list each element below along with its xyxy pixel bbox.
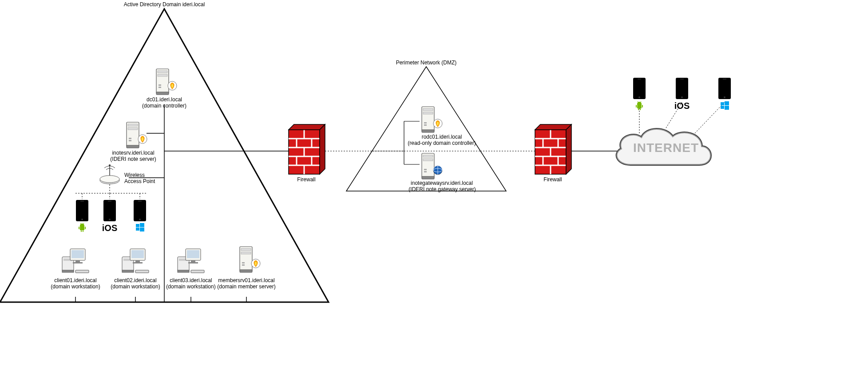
internet-phone-ios [676, 78, 688, 99]
wap-label-2: Access Point [124, 178, 155, 184]
firewall-2 [535, 124, 571, 174]
noteserver-hostname: inotesrv.ideri.local [112, 150, 154, 156]
note-gateway [422, 153, 442, 179]
dc-hostname: dc01.ideri.local [147, 96, 182, 103]
internet-phone-android [633, 78, 646, 99]
client03 [178, 249, 204, 273]
rodc-role: (read-only domain controller) [408, 140, 476, 146]
firewall2-label: Firewall [543, 176, 562, 183]
member-server [240, 247, 260, 272]
local-phone-ios [103, 200, 116, 221]
rodc-hostname: rodc01.ideri.local [422, 134, 462, 140]
windows-icon [136, 223, 144, 231]
ios-label: iOS [674, 101, 690, 111]
wireless-ap [100, 164, 119, 184]
ad-domain-title: Active Directory Domain ideri.local [124, 1, 205, 8]
ios-label: iOS [102, 223, 117, 233]
client01-hostname: client01.ideri.local [54, 277, 96, 283]
android-icon [79, 223, 86, 232]
note-server [127, 122, 147, 148]
client01-role: (domain workstation) [51, 283, 100, 290]
svg-line-76 [695, 102, 725, 133]
dmz-zone: Perimeter Network (DMZ) rodc01.ideri.loc… [346, 60, 506, 192]
dmz-title: Perimeter Network (DMZ) [396, 60, 457, 66]
gateway-role: (IDERI note gateway server) [408, 186, 476, 192]
rodc [422, 107, 442, 132]
internet-label: INTERNET [633, 141, 699, 155]
firewall-1 [289, 124, 325, 174]
memberserver-hostname: membersrv01.ideri.local [218, 277, 274, 283]
gateway-hostname: inotegatewaysrv.ideri.local [411, 180, 473, 186]
client02 [122, 249, 149, 273]
dc-role: (domain controller) [142, 103, 186, 109]
client03-hostname: client03.ideri.local [170, 277, 212, 283]
local-phone-android [76, 200, 88, 221]
internet-phone-windows [718, 78, 731, 99]
client02-role: (domain workstation) [111, 283, 160, 290]
ad-domain-zone: Active Directory Domain ideri.local dc01… [0, 1, 329, 302]
local-phone-windows [134, 200, 146, 221]
client02-hostname: client02.ideri.local [114, 277, 156, 283]
windows-icon [721, 101, 729, 110]
firewall1-label: Firewall [297, 176, 315, 183]
client01 [62, 249, 89, 273]
memberserver-role: (domain member server) [217, 283, 275, 290]
wap-label-1: Wireless [124, 172, 145, 178]
client03-role: (domain workstation) [166, 283, 215, 290]
domain-controller [156, 69, 177, 95]
noteserver-role: (IDERI note server) [110, 156, 156, 162]
network-diagram: Active Directory Domain ideri.local dc01… [0, 0, 868, 379]
